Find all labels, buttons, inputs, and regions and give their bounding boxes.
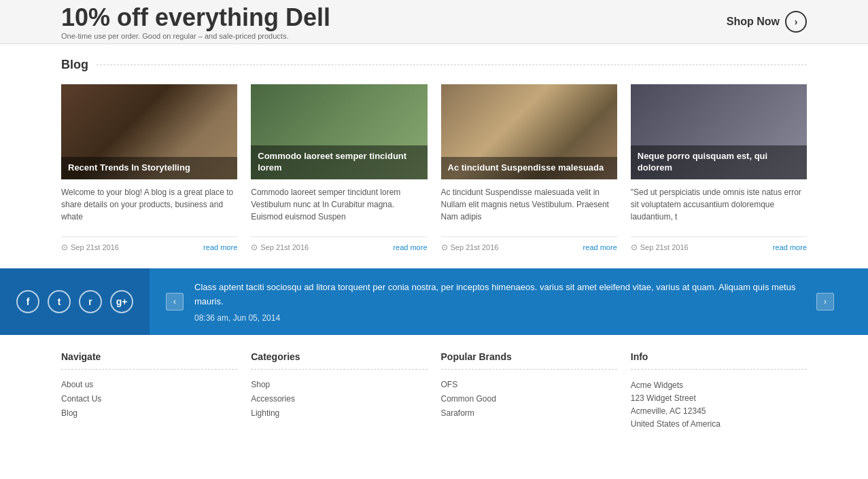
footer-navigate-list: About us Contact Us Blog	[61, 379, 237, 418]
blog-card-date-text-4: Sep 21st 2016	[640, 243, 689, 251]
blog-card-date-text-3: Sep 21st 2016	[451, 243, 499, 251]
blog-card-body-1: Welcome to your blog! A blog is a great …	[61, 179, 237, 236]
blog-card-footer-1: ⊙ Sep 21st 2016 read more	[61, 236, 237, 252]
footer-info: Info Acme Widgets123 Widget StreetAcmevi…	[631, 351, 807, 431]
categories-accessories-link[interactable]: Accessories	[251, 394, 295, 404]
footer-categories: Categories Shop Accessories Lighting	[251, 351, 427, 431]
blog-card-excerpt-1: Welcome to your blog! A blog is a great …	[61, 186, 237, 223]
list-item: Blog	[61, 408, 237, 418]
blog-card-footer-3: ⊙ Sep 21st 2016 read more	[441, 236, 617, 252]
social-testimonial-bar: f t r g+ ‹ Class aptent taciti sociosqu …	[0, 268, 868, 335]
list-item: Saraform	[441, 408, 617, 418]
blog-card-date-2: ⊙ Sep 21st 2016	[251, 243, 309, 252]
blog-card-date-4: ⊙ Sep 21st 2016	[631, 243, 689, 252]
twitter-icon[interactable]: t	[48, 290, 71, 313]
clock-icon-2: ⊙	[251, 243, 258, 252]
list-item: OFS	[441, 379, 617, 389]
blog-card-1: Recent Trends In Storytelling Welcome to…	[61, 84, 237, 252]
blog-card-4: Neque porro quisquam est, qui dolorem "S…	[631, 84, 807, 252]
categories-shop-link[interactable]: Shop	[251, 380, 270, 389]
footer-navigate-divider	[61, 369, 237, 370]
blog-divider	[97, 65, 807, 65]
footer-categories-divider	[251, 369, 427, 370]
blog-section-header: Blog	[61, 58, 807, 72]
shop-now-label: Shop Now	[727, 16, 780, 28]
list-item: Accessories	[251, 393, 427, 404]
blog-card-footer-4: ⊙ Sep 21st 2016 read more	[631, 236, 807, 252]
blog-card-excerpt-2: Commodo laoreet semper tincidunt lorem V…	[251, 186, 427, 223]
navigate-blog-link[interactable]: Blog	[61, 408, 77, 418]
blog-card-title-4: Neque porro quisquam est, qui dolorem	[631, 145, 807, 179]
blog-card-excerpt-3: Ac tincidunt Suspendisse malesuada velit…	[441, 186, 617, 223]
blog-card-image-4: Neque porro quisquam est, qui dolorem	[631, 84, 807, 179]
testimonial-bar: ‹ Class aptent taciti sociosqu ad litora…	[150, 268, 868, 335]
clock-icon-4: ⊙	[631, 243, 638, 252]
read-more-link-1[interactable]: read more	[203, 243, 237, 251]
banner: 10% off everything Dell One-time use per…	[0, 0, 868, 44]
testimonial-text: Class aptent taciti sociosqu ad litora t…	[194, 281, 805, 309]
shop-now-button[interactable]: Shop Now ›	[727, 11, 807, 33]
blog-card-title-1: Recent Trends In Storytelling	[61, 157, 237, 179]
footer-brands-list: OFS Common Good Saraform	[441, 379, 617, 418]
blog-grid: Recent Trends In Storytelling Welcome to…	[61, 84, 807, 252]
footer-popular-brands-title: Popular Brands	[441, 351, 617, 362]
blog-card-3: Ac tincidunt Suspendisse malesuada Ac ti…	[441, 84, 617, 252]
footer-info-title: Info	[631, 351, 807, 362]
categories-lighting-link[interactable]: Lighting	[251, 408, 279, 418]
blog-card-body-4: "Sed ut perspiciatis unde omnis iste nat…	[631, 179, 807, 236]
navigate-contact-link[interactable]: Contact Us	[61, 394, 101, 404]
google-plus-icon[interactable]: g+	[110, 290, 133, 313]
social-bar: f t r g+	[0, 268, 150, 335]
brands-common-good-link[interactable]: Common Good	[441, 394, 496, 404]
list-item: Common Good	[441, 393, 617, 404]
footer-address: Acme Widgets123 Widget StreetAcmeville, …	[631, 379, 807, 431]
rss-icon[interactable]: r	[79, 290, 102, 313]
footer-brands-divider	[441, 369, 617, 370]
read-more-link-2[interactable]: read more	[393, 243, 427, 251]
blog-card-image-2: Commodo laoreet semper tincidunt lorem	[251, 84, 427, 179]
blog-card-date-1: ⊙ Sep 21st 2016	[61, 243, 119, 252]
blog-card-body-3: Ac tincidunt Suspendisse malesuada velit…	[441, 179, 617, 236]
footer-navigate-title: Navigate	[61, 351, 237, 362]
footer-popular-brands: Popular Brands OFS Common Good Saraform	[441, 351, 617, 431]
blog-card-date-text-2: Sep 21st 2016	[260, 243, 309, 251]
navigate-about-link[interactable]: About us	[61, 380, 93, 389]
facebook-icon[interactable]: f	[16, 290, 39, 313]
blog-card-title-2: Commodo laoreet semper tincidunt lorem	[251, 145, 427, 179]
footer-info-divider	[631, 369, 807, 370]
blog-section: Blog Recent Trends In Storytelling Welco…	[0, 44, 868, 252]
clock-icon-1: ⊙	[61, 243, 68, 252]
clock-icon-3: ⊙	[441, 243, 448, 252]
list-item: Shop	[251, 379, 427, 389]
blog-card-2: Commodo laoreet semper tincidunt lorem C…	[251, 84, 427, 252]
brands-saraform-link[interactable]: Saraform	[441, 408, 474, 418]
list-item: Lighting	[251, 408, 427, 418]
footer-categories-list: Shop Accessories Lighting	[251, 379, 427, 418]
shop-now-arrow-icon: ›	[785, 11, 807, 33]
footer-navigate: Navigate About us Contact Us Blog	[61, 351, 237, 431]
testimonial-next-button[interactable]: ›	[816, 293, 834, 311]
brands-ofs-link[interactable]: OFS	[441, 380, 458, 389]
list-item: About us	[61, 379, 237, 389]
list-item: Contact Us	[61, 393, 237, 404]
blog-card-image-3: Ac tincidunt Suspendisse malesuada	[441, 84, 617, 179]
testimonial-prev-button[interactable]: ‹	[166, 293, 184, 311]
blog-card-date-text-1: Sep 21st 2016	[71, 243, 119, 251]
read-more-link-4[interactable]: read more	[773, 243, 807, 251]
footer-columns: Navigate About us Contact Us Blog Catego…	[0, 335, 868, 431]
read-more-link-3[interactable]: read more	[583, 243, 617, 251]
testimonial-content: Class aptent taciti sociosqu ad litora t…	[184, 281, 816, 323]
footer-categories-title: Categories	[251, 351, 427, 362]
blog-card-footer-2: ⊙ Sep 21st 2016 read more	[251, 236, 427, 252]
blog-card-excerpt-4: "Sed ut perspiciatis unde omnis iste nat…	[631, 186, 807, 223]
banner-title: 10% off everything Dell	[61, 3, 330, 32]
testimonial-date: 08:36 am, Jun 05, 2014	[194, 313, 805, 323]
blog-card-date-3: ⊙ Sep 21st 2016	[441, 243, 499, 252]
blog-card-title-3: Ac tincidunt Suspendisse malesuada	[441, 157, 617, 179]
blog-card-image-1: Recent Trends In Storytelling	[61, 84, 237, 179]
banner-subtitle: One-time use per order. Good on regular …	[61, 32, 330, 40]
blog-section-title: Blog	[61, 58, 88, 72]
blog-card-body-2: Commodo laoreet semper tincidunt lorem V…	[251, 179, 427, 236]
